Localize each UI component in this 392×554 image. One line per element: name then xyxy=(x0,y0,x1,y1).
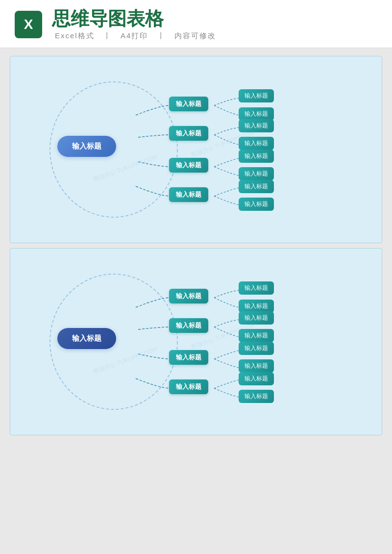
diagram1-branch1-label: 输入标题 xyxy=(176,100,201,108)
diagram1-branch3-label: 输入标题 xyxy=(176,161,201,170)
subtitle-part2: A4打印 xyxy=(121,31,148,40)
excel-logo-icon: X xyxy=(15,11,42,38)
diagram2-b2-leaf1[interactable]: 输入标题 xyxy=(239,311,274,325)
diagram2-branch1-label: 输入标题 xyxy=(176,292,201,301)
diagram1-branch1[interactable]: 输入标题 xyxy=(169,97,208,111)
diagram2-branch2[interactable]: 输入标题 xyxy=(169,318,208,333)
diagram2-branch3[interactable]: 输入标题 xyxy=(169,350,208,365)
diagram2-branch4-label: 输入标题 xyxy=(176,382,201,391)
diagram1-b1-leaf2[interactable]: 输入标题 xyxy=(239,107,274,121)
diagram2-b1-leaf1[interactable]: 输入标题 xyxy=(239,281,274,295)
diagram1-center-node[interactable]: 输入标题 xyxy=(57,136,116,157)
diagram1-branch2[interactable]: 输入标题 xyxy=(169,126,208,141)
watermark1a: 熊猫办公 TUKUPPT.COM xyxy=(92,153,158,184)
page-title: 思维导图表格 xyxy=(52,9,219,29)
diagram2-center-node[interactable]: 输入标题 xyxy=(57,328,116,349)
diagram2-branch4[interactable]: 输入标题 xyxy=(169,379,208,394)
subtitle-sep1: 丨 xyxy=(103,31,112,40)
diagram2-center-label: 输入标题 xyxy=(72,334,101,343)
subtitle-part3: 内容可修改 xyxy=(174,31,216,40)
header-text-block: 思维导图表格 Excel格式 丨 A4打印 丨 内容可修改 xyxy=(52,9,219,41)
diagram1-b4-leaf2[interactable]: 输入标题 xyxy=(239,198,274,211)
diagram2-branch3-label: 输入标题 xyxy=(176,353,201,362)
diagram1-b2-leaf1[interactable]: 输入标题 xyxy=(239,119,274,132)
diagram2-b4-leaf2[interactable]: 输入标题 xyxy=(239,390,274,403)
diagram1-branch4-label: 输入标题 xyxy=(176,190,201,199)
diagram1-branch2-label: 输入标题 xyxy=(176,129,201,138)
main-content: 输入标题 输入标题 输入标题 输入标题 输入标题 输入标题 输入标题 xyxy=(10,56,382,435)
header: X 思维导图表格 Excel格式 丨 A4打印 丨 内容可修改 xyxy=(0,0,392,48)
watermark2a: 熊猫办公 TUKUPPT.COM xyxy=(92,345,158,376)
diagram1-b4-leaf1[interactable]: 输入标题 xyxy=(239,180,274,193)
diagram2-b4-leaf1[interactable]: 输入标题 xyxy=(239,372,274,385)
diagram2-branch2-label: 输入标题 xyxy=(176,321,201,330)
diagram1-b1-leaf1[interactable]: 输入标题 xyxy=(239,89,274,102)
diagram2-inner: 输入标题 输入标题 输入标题 输入标题 输入标题 输入标题 输入标题 xyxy=(18,258,374,425)
diagram2-branch1[interactable]: 输入标题 xyxy=(169,289,208,303)
diagram2-b3-leaf2[interactable]: 输入标题 xyxy=(239,359,274,373)
subtitle-part1: Excel格式 xyxy=(55,31,95,40)
diagram1-branch4[interactable]: 输入标题 xyxy=(169,187,208,202)
diagram1-b3-leaf1[interactable]: 输入标题 xyxy=(239,150,274,163)
header-subtitle: Excel格式 丨 A4打印 丨 内容可修改 xyxy=(52,31,219,41)
diagram1-branch3[interactable]: 输入标题 xyxy=(169,158,208,173)
diagram1-b3-leaf2[interactable]: 输入标题 xyxy=(239,167,274,180)
diagram2-b1-leaf2[interactable]: 输入标题 xyxy=(239,300,274,313)
diagram2: 输入标题 输入标题 输入标题 输入标题 输入标题 输入标题 输入标题 xyxy=(10,248,382,435)
diagram1-inner: 输入标题 输入标题 输入标题 输入标题 输入标题 输入标题 输入标题 xyxy=(18,66,374,233)
diagram1: 输入标题 输入标题 输入标题 输入标题 输入标题 输入标题 输入标题 xyxy=(10,56,382,243)
diagram2-b3-leaf1[interactable]: 输入标题 xyxy=(239,342,274,355)
subtitle-sep2: 丨 xyxy=(157,31,166,40)
diagram1-center-label: 输入标题 xyxy=(72,142,101,151)
diagram1-b2-leaf2[interactable]: 输入标题 xyxy=(239,137,274,150)
logo-letter: X xyxy=(24,17,33,32)
diagram2-b2-leaf2[interactable]: 输入标题 xyxy=(239,329,274,342)
